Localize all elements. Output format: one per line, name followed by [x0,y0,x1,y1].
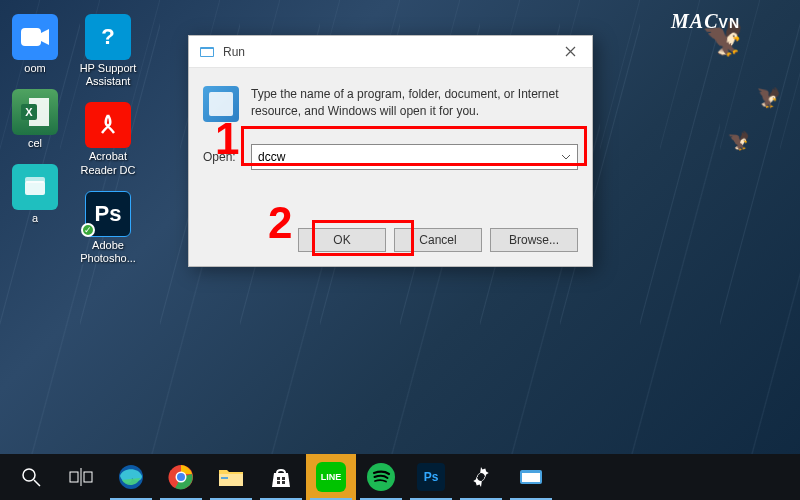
close-icon [565,46,576,57]
run-body: Type the name of a program, folder, docu… [189,68,592,180]
gear-icon [468,464,494,490]
svg-rect-18 [221,477,228,479]
open-value-text: dccw [258,150,285,164]
line-icon: LINE [316,462,346,492]
svg-rect-22 [282,481,285,484]
desktop-icon-excel[interactable]: X cel [0,85,70,154]
run-title-icon [199,44,215,60]
run-description-text: Type the name of a program, folder, docu… [251,86,578,120]
close-button[interactable] [550,37,590,67]
taskbar-photoshop[interactable]: Ps [406,454,456,500]
edge-icon [118,464,144,490]
spotify-icon [367,463,395,491]
open-combobox[interactable]: dccw [251,144,578,170]
svg-text:X: X [25,106,33,118]
run-taskbar-icon [518,464,544,490]
svg-rect-7 [201,49,213,56]
open-label: Open: [203,150,241,164]
taskbar-spotify[interactable] [356,454,406,500]
excel-icon: X [12,89,58,135]
svg-rect-26 [522,473,540,482]
cancel-button[interactable]: Cancel [394,228,482,252]
acrobat-icon [85,102,131,148]
svg-rect-20 [282,477,285,480]
svg-rect-17 [219,474,243,486]
watermark-vn: VN [719,15,740,31]
svg-rect-21 [277,481,280,484]
desktop-icon-hp-support[interactable]: ? HP Support Assistant [73,10,143,92]
update-check-badge: ✓ [81,223,95,237]
run-app-icon [203,86,239,122]
taskbar-run[interactable] [506,454,556,500]
file-explorer-icon [218,464,244,490]
watermark-mac: MAC [671,10,718,33]
desktop-label: cel [28,137,42,150]
taskbar-store[interactable] [256,454,306,500]
svg-rect-19 [277,477,280,480]
bird-silhouette: 🦅 [753,83,782,111]
zoom-icon [12,14,58,60]
ok-button[interactable]: OK [298,228,386,252]
svg-point-8 [23,469,35,481]
search-icon [18,464,44,490]
run-button-row: OK Cancel Browse... [298,228,578,252]
desktop-label: Adobe Photosho... [75,239,141,265]
task-view-icon [68,464,94,490]
svg-line-9 [34,480,40,486]
svg-point-23 [368,464,394,490]
svg-rect-10 [70,472,78,482]
taskbar-line[interactable]: LINE [306,454,356,500]
taskbar-file-explorer[interactable] [206,454,256,500]
svg-point-24 [478,474,484,480]
svg-point-16 [177,473,185,481]
run-title-text: Run [223,45,550,59]
desktop-icon-app[interactable]: a [0,160,70,229]
desktop-icon-photoshop[interactable]: Ps ✓ Adobe Photosho... [73,187,143,269]
desktop-icon-acrobat[interactable]: Acrobat Reader DC [73,98,143,180]
photoshop-taskbar-icon: Ps [417,463,445,491]
chevron-down-icon[interactable] [561,154,571,160]
taskbar-settings[interactable] [456,454,506,500]
svg-rect-0 [21,28,41,46]
browse-button[interactable]: Browse... [490,228,578,252]
chrome-icon [168,464,194,490]
run-titlebar[interactable]: Run [189,36,592,68]
desktop-label: HP Support Assistant [75,62,141,88]
bird-silhouette: 🦅 [728,130,751,153]
hp-support-icon: ? [85,14,131,60]
desktop-icon-zoom[interactable]: oom [0,10,70,79]
desktop-label: a [32,212,38,225]
taskbar: LINE Ps [0,454,800,500]
app-icon [12,164,58,210]
desktop-icons-area: oom X cel a ? HP Support Assistant Acrob… [0,10,143,269]
svg-rect-11 [84,472,92,482]
taskbar-task-view[interactable] [56,454,106,500]
run-dialog: Run Type the name of a program, folder, … [188,35,593,267]
desktop-label: oom [24,62,45,75]
svg-rect-5 [25,177,45,183]
macvn-watermark: MACVN [671,10,740,33]
taskbar-edge[interactable] [106,454,156,500]
taskbar-search[interactable] [6,454,56,500]
taskbar-chrome[interactable] [156,454,206,500]
svg-rect-4 [25,181,45,195]
desktop-label: Acrobat Reader DC [75,150,141,176]
store-icon [268,464,294,490]
